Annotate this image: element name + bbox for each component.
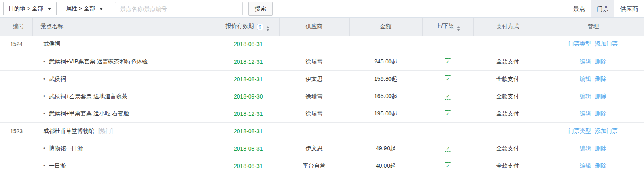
shelf-cell: ✓ xyxy=(422,157,473,174)
col-header-validity: 报价有效期? xyxy=(220,18,279,36)
ticket-name: •武侯祠+乙票套票 送地道盖碗茶 xyxy=(32,88,220,105)
shelf-cell: ✓ xyxy=(422,88,473,105)
spot-name: 武侯祠 xyxy=(32,36,220,53)
spot-id xyxy=(0,157,32,174)
amount-cell: 49.90起 xyxy=(349,140,422,157)
delete-link[interactable]: 删除 xyxy=(595,110,606,117)
help-icon[interactable]: ? xyxy=(257,24,263,30)
search-input[interactable] xyxy=(115,2,243,15)
spot-id xyxy=(0,140,32,157)
attribute-filter-label: 属性 > 全部 xyxy=(66,5,95,13)
tab-ticket[interactable]: 门票 xyxy=(591,0,614,17)
manage-cell: 编辑删除 xyxy=(542,70,644,88)
filter-toolbar: 目的地 > 全部 属性 > 全部 搜索 景点 门票 供应商 xyxy=(0,0,644,18)
table-row-ticket: •武侯祠+乙票套票 送地道盖碗茶 2018-09-30 徐瑞雪 165.00起 … xyxy=(0,88,644,105)
bullet-icon: • xyxy=(43,58,45,65)
on-shelf-checkbox-icon[interactable]: ✓ xyxy=(445,145,451,152)
bullet-icon: • xyxy=(43,93,45,99)
col-header-amount: 金额 xyxy=(349,18,422,36)
ticket-type-link[interactable]: 门票类型 xyxy=(568,40,591,47)
validity-date: 2018-12-31 xyxy=(220,105,279,122)
delete-link[interactable]: 删除 xyxy=(595,93,606,99)
on-shelf-checkbox-icon[interactable]: ✓ xyxy=(445,93,451,100)
col-header-shelf-label: 上/下架 xyxy=(436,23,454,29)
ticket-name-text: 武侯祠+甲票套票 送小吃 看变脸 xyxy=(49,110,129,117)
on-shelf-checkbox-icon[interactable]: ✓ xyxy=(445,75,451,82)
validity-date: 2018-08-31 xyxy=(220,140,279,157)
col-header-manage: 管理 xyxy=(542,18,644,36)
check-icon: ✓ xyxy=(446,59,450,65)
table-row-ticket: •一日游 2018-08-31 平台自营 40.00起 ✓ 全款支付 编辑删除 xyxy=(0,157,644,174)
amount-cell xyxy=(349,36,422,53)
edit-link[interactable]: 编辑 xyxy=(580,110,591,117)
validity-date: 2018-08-31 xyxy=(220,70,279,88)
col-header-validity-label: 报价有效期 xyxy=(226,23,254,29)
edit-link[interactable]: 编辑 xyxy=(580,145,591,151)
add-ticket-link[interactable]: 添加门票 xyxy=(595,40,618,47)
add-ticket-link[interactable]: 添加门票 xyxy=(595,128,618,134)
edit-link[interactable]: 编辑 xyxy=(580,162,591,169)
delete-link[interactable]: 删除 xyxy=(595,145,606,151)
edit-link[interactable]: 编辑 xyxy=(580,58,591,65)
table-row-ticket: •博物馆一日游 2018-08-31 伊文思 49.90起 ✓ 全款支付 编辑删… xyxy=(0,140,644,157)
ticket-name: •一日游 xyxy=(32,157,220,174)
on-shelf-checkbox-icon[interactable]: ✓ xyxy=(445,58,451,65)
manage-cell: 编辑删除 xyxy=(542,53,644,70)
supplier-cell xyxy=(279,36,349,53)
delete-link[interactable]: 删除 xyxy=(595,162,606,169)
spot-id xyxy=(0,105,32,122)
ticket-name-text: 博物馆一日游 xyxy=(49,145,83,151)
amount-cell xyxy=(349,122,422,140)
validity-date: 2018-08-31 xyxy=(220,122,279,140)
col-header-supplier: 供应商 xyxy=(279,18,349,36)
ticket-name-text: 武侯祠+乙票套票 送地道盖碗茶 xyxy=(49,93,127,99)
table-row-parent-1523: 1523 成都杜甫草堂博物馆[热门] 2018-08-31 门票类型添加门票 xyxy=(0,122,644,140)
manage-cell: 编辑删除 xyxy=(542,157,644,174)
attribute-filter-dropdown[interactable]: 属性 > 全部 xyxy=(61,2,108,15)
spot-id xyxy=(0,53,32,70)
ticket-name: •武侯祠+甲票套票 送小吃 看变脸 xyxy=(32,105,220,122)
payment-cell xyxy=(473,36,542,53)
hot-tag: [热门] xyxy=(98,128,113,134)
supplier-cell: 徐瑞雪 xyxy=(279,105,349,122)
col-header-id: 编号 xyxy=(0,18,32,36)
table-row-ticket: •武侯祠 2018-08-31 伊文思 159.80起 ✓ 全款支付 编辑删除 xyxy=(0,70,644,88)
tab-supplier[interactable]: 供应商 xyxy=(614,0,644,17)
table-row-parent-1524: 1524 武侯祠 2018-08-31 门票类型添加门票 xyxy=(0,36,644,53)
manage-cell: 编辑删除 xyxy=(542,140,644,157)
tab-scenic-spot[interactable]: 景点 xyxy=(568,0,591,17)
bullet-icon: • xyxy=(43,75,45,82)
sort-icon[interactable] xyxy=(266,26,269,31)
delete-link[interactable]: 删除 xyxy=(595,75,606,82)
col-header-payment: 支付方式 xyxy=(473,18,542,36)
on-shelf-checkbox-icon[interactable]: ✓ xyxy=(445,162,451,169)
bullet-icon: • xyxy=(43,145,45,151)
edit-link[interactable]: 编辑 xyxy=(580,75,591,82)
search-button[interactable]: 搜索 xyxy=(248,2,273,16)
supplier-cell: 伊文思 xyxy=(279,70,349,88)
ticket-name: •博物馆一日游 xyxy=(32,140,220,157)
check-icon: ✓ xyxy=(446,146,450,151)
ticket-name: •武侯祠+VIP票套票 送盖碗茶和特色体验 xyxy=(32,53,220,70)
payment-cell: 全款支付 xyxy=(473,70,542,88)
payment-cell: 全款支付 xyxy=(473,157,542,174)
delete-link[interactable]: 删除 xyxy=(595,58,606,65)
spot-id: 1523 xyxy=(0,122,32,140)
edit-link[interactable]: 编辑 xyxy=(580,93,591,99)
check-icon: ✓ xyxy=(446,76,450,82)
on-shelf-checkbox-icon[interactable]: ✓ xyxy=(445,110,451,117)
supplier-cell: 徐瑞雪 xyxy=(279,53,349,70)
spot-id xyxy=(0,70,32,88)
payment-cell: 全款支付 xyxy=(473,140,542,157)
supplier-cell: 徐瑞雪 xyxy=(279,88,349,105)
col-header-shelf: 上/下架 xyxy=(422,18,473,36)
spot-id: 1524 xyxy=(0,36,32,53)
supplier-cell: 伊文思 xyxy=(279,140,349,157)
validity-date: 2018-08-31 xyxy=(220,157,279,174)
table-row-ticket: •武侯祠+甲票套票 送小吃 看变脸 2018-12-31 徐瑞雪 195.00起… xyxy=(0,105,644,122)
destination-filter-dropdown[interactable]: 目的地 > 全部 xyxy=(3,2,57,15)
ticket-type-link[interactable]: 门票类型 xyxy=(568,128,591,134)
shelf-cell: ✓ xyxy=(422,53,473,70)
sort-icon[interactable] xyxy=(457,26,460,31)
check-icon: ✓ xyxy=(446,94,450,99)
